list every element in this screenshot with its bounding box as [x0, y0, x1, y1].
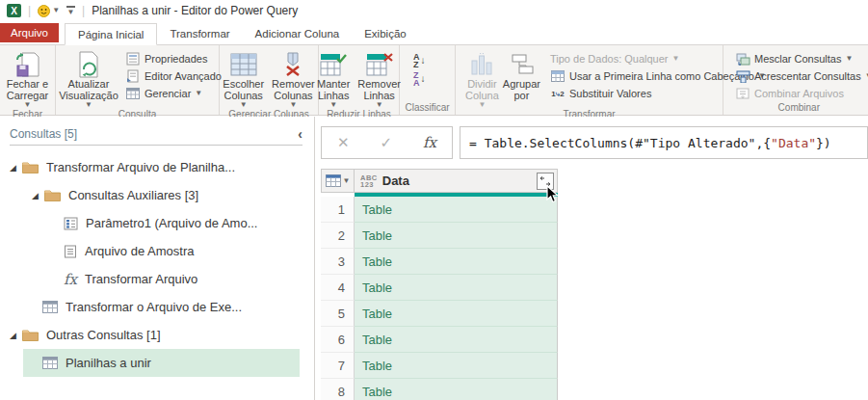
tab-file[interactable]: Arquivo — [0, 23, 59, 42]
chevron-down-icon: ▼ — [24, 101, 32, 109]
formula-bar: ✕ ✓ fx = Table.SelectColumns(#"Tipo Alte… — [321, 126, 868, 159]
table-link[interactable]: Table — [355, 327, 558, 353]
advanced-editor-button[interactable]: Editor Avançado — [125, 67, 222, 85]
quick-access-toolbar-button[interactable]: ▼ — [66, 6, 75, 16]
chevron-down-icon: ▼ — [343, 177, 351, 185]
smiley-icon — [38, 5, 50, 17]
tree-group-other-queries[interactable]: ◢ Outras Consultas [1] — [0, 321, 314, 349]
append-queries-button[interactable]: Acrescentar Consultas ▼ — [735, 67, 868, 85]
num123-label: 123 — [360, 181, 378, 188]
formula-input[interactable]: = Table.SelectColumns(#"Tipo Alterado",{… — [460, 126, 868, 159]
sort-descending-button[interactable]: ZA↓ — [413, 71, 426, 87]
refresh-preview-button[interactable]: Atualizar Visualização ▼ — [58, 48, 119, 109]
append-queries-icon — [735, 70, 750, 83]
table-row: 7 Table — [321, 353, 558, 379]
tree-item-planilhas-a-unir[interactable]: Planilhas a unir — [23, 349, 300, 377]
table-corner-icon — [326, 174, 341, 187]
commit-formula-icon[interactable]: ✓ — [380, 134, 392, 151]
table-row: 6 Table — [321, 327, 558, 353]
close-and-load-icon — [15, 50, 40, 79]
ribbon-group-manage-columns: Escolher Colunas ▼ Remover Colunas ▼ — [220, 45, 319, 115]
properties-label: Propriedades — [145, 53, 207, 65]
combine-files-label: Combinar Arquivos — [754, 88, 844, 99]
tree-group-helper-queries[interactable]: ◢ Consultas Auxiliares [3] — [0, 181, 314, 209]
select-all-corner-button[interactable]: ▼ — [321, 169, 355, 193]
chevron-down-icon: ▼ — [672, 55, 680, 63]
tree-item-label: Transformar o Arquivo de Exe... — [66, 300, 242, 314]
table-row: 4 Table — [321, 275, 558, 301]
chevron-down-icon: ▼ — [67, 9, 75, 16]
tree-item-transform-sample-file[interactable]: Transformar o Arquivo de Exe... — [0, 293, 314, 321]
remove-columns-icon — [281, 50, 304, 79]
tree-item-label: Parâmetro1 (Arquivo de Amo... — [86, 216, 257, 230]
table-query-icon — [42, 301, 58, 313]
table-row: 8 Table — [321, 379, 558, 400]
table-link[interactable]: Table — [355, 275, 558, 301]
combine-files-icon — [735, 88, 750, 99]
chevron-down-icon: ▼ — [845, 55, 853, 63]
sort-ascending-button[interactable]: AZ↓ — [413, 53, 426, 68]
table-link[interactable]: Table — [355, 379, 558, 400]
window-title: Planilhas a unir - Editor do Power Query — [92, 4, 298, 17]
tree-item-sample-file[interactable]: Arquivo de Amostra — [0, 237, 314, 265]
add-step-fx-icon[interactable]: fx — [423, 134, 436, 151]
table-link[interactable]: Table — [355, 197, 558, 223]
tab-add-column[interactable]: Adicionar Coluna — [243, 23, 353, 44]
remove-rows-button[interactable]: Remover Linhas ▼ — [355, 48, 403, 109]
ribbon-tab-bar: Arquivo Página Inicial Transformar Adici… — [0, 21, 868, 45]
cancel-formula-icon[interactable]: ✕ — [337, 134, 350, 151]
queries-pane-header: Consultas [5] ‹ — [10, 127, 302, 146]
choose-columns-button[interactable]: Escolher Colunas ▼ — [221, 48, 266, 109]
ribbon-group-query: Atualizar Visualização ▼ — [56, 45, 220, 115]
tree-item-label: Transformar Arquivo de Planilha... — [46, 160, 235, 174]
table-row: 3 Table — [321, 249, 558, 275]
ribbon-group-sort: AZ↓ ZA↓ Classificar — [400, 45, 456, 115]
tree-item-parameter1[interactable]: Parâmetro1 (Arquivo de Amo... — [0, 209, 314, 237]
group-by-button[interactable]: Agrupar por — [501, 48, 542, 101]
table-query-icon — [42, 357, 58, 369]
ribbon-group-reduce-rows: Manter Linhas ▼ Remover Linhas ▼ — [319, 45, 400, 115]
advanced-editor-icon — [125, 69, 141, 83]
folder-icon — [44, 189, 61, 201]
expanded-twistie-icon[interactable]: ◢ — [10, 163, 22, 173]
parameter-icon — [64, 217, 78, 230]
send-feedback-smiley-button[interactable]: ▼ — [38, 5, 60, 17]
tree-item-label: Consultas Auxiliares [3] — [68, 188, 198, 202]
tree-item-label: Transformar Arquivo — [85, 272, 197, 286]
data-type-label: Tipo de Dados: Qualquer — [550, 53, 669, 65]
remove-columns-label: Remover Colunas — [272, 79, 315, 101]
split-column-button[interactable]: Dividir Coluna ▼ — [463, 48, 501, 109]
column-header-data[interactable]: ABC123 Data — [355, 169, 558, 193]
close-and-load-button[interactable]: Fechar e Carregar ▼ — [2, 48, 53, 109]
formula-suffix: }) — [816, 136, 831, 150]
folder-icon — [22, 161, 39, 173]
any-type-abc123-icon[interactable]: ABC123 — [360, 174, 378, 188]
table-link[interactable]: Table — [355, 223, 558, 249]
tree-item-transform-file-function[interactable]: fx Transformar Arquivo — [0, 265, 314, 293]
row-number: 8 — [321, 379, 355, 400]
row-number: 4 — [321, 275, 355, 301]
merge-queries-button[interactable]: Mesclar Consultas ▼ — [735, 50, 868, 67]
remove-columns-button[interactable]: Remover Colunas ▼ — [270, 48, 317, 109]
tab-home[interactable]: Página Inicial — [65, 23, 157, 45]
expanded-twistie-icon[interactable]: ◢ — [10, 331, 22, 340]
table-link[interactable]: Table — [355, 249, 558, 275]
tree-group-transform-file[interactable]: ◢ Transformar Arquivo de Planilha... — [0, 153, 314, 181]
keep-rows-button[interactable]: Manter Linhas ▼ — [315, 48, 352, 109]
table-link[interactable]: Table — [355, 301, 558, 327]
collapse-queries-pane-button[interactable]: ‹ — [298, 129, 302, 139]
choose-columns-icon — [230, 50, 257, 79]
ribbon: Fechar e Carregar ▼ Fechar Atualizar V — [0, 45, 868, 116]
keep-rows-label: Manter Linhas — [317, 79, 350, 101]
combine-files-button[interactable]: Combinar Arquivos — [735, 85, 868, 102]
manage-button[interactable]: Gerenciar ▼ — [125, 85, 222, 102]
table-link[interactable]: Table — [355, 353, 558, 379]
titlebar-divider: | — [28, 4, 31, 17]
tab-view[interactable]: Exibição — [352, 23, 418, 44]
titlebar-divider: | — [82, 4, 85, 17]
tab-transform[interactable]: Transformar — [157, 23, 242, 44]
properties-button[interactable]: Propriedades — [125, 50, 222, 67]
manage-icon — [125, 88, 141, 99]
expanded-twistie-icon[interactable]: ◢ — [32, 191, 44, 200]
ribbon-group-close: Fechar e Carregar ▼ Fechar — [0, 45, 56, 115]
